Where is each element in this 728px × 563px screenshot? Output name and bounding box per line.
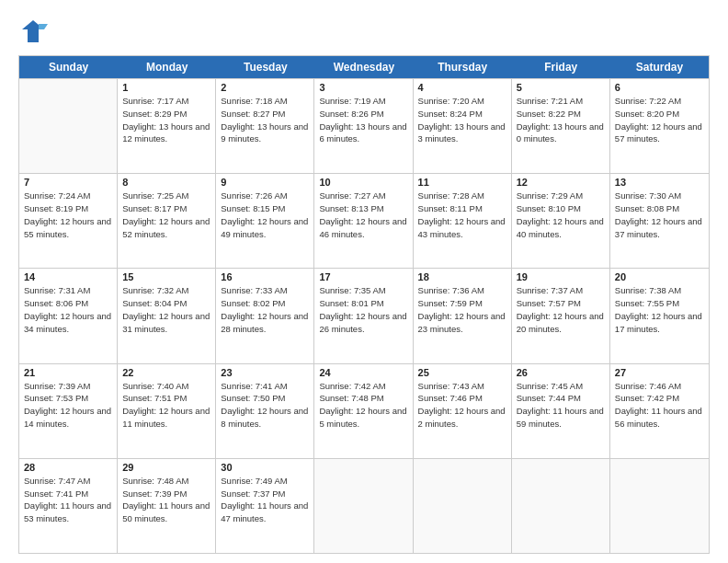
day-info: Sunrise: 7:47 AM Sunset: 7:41 PM Dayligh… <box>24 475 112 525</box>
day-number: 15 <box>122 271 210 282</box>
day-info: Sunrise: 7:31 AM Sunset: 8:06 PM Dayligh… <box>24 284 112 335</box>
day-number: 4 <box>418 82 506 93</box>
day-number: 19 <box>517 271 605 282</box>
day-info: Sunrise: 7:25 AM Sunset: 8:17 PM Dayligh… <box>122 190 210 240</box>
day-info: Sunrise: 7:39 AM Sunset: 7:53 PM Dayligh… <box>24 380 112 431</box>
calendar-row-3: 14Sunrise: 7:31 AM Sunset: 8:06 PM Dayli… <box>19 268 709 362</box>
calendar: SundayMondayTuesdayWednesdayThursdayFrid… <box>18 55 710 554</box>
day-number: 17 <box>319 271 407 282</box>
day-info: Sunrise: 7:20 AM Sunset: 8:24 PM Dayligh… <box>418 95 506 145</box>
day-info: Sunrise: 7:38 AM Sunset: 7:55 PM Dayligh… <box>615 284 704 335</box>
calendar-cell: 17Sunrise: 7:35 AM Sunset: 8:01 PM Dayli… <box>314 269 413 362</box>
calendar-cell: 7Sunrise: 7:24 AM Sunset: 8:19 PM Daylig… <box>19 174 118 268</box>
day-number: 30 <box>221 462 309 473</box>
calendar-cell: 5Sunrise: 7:21 AM Sunset: 8:22 PM Daylig… <box>512 79 610 173</box>
day-info: Sunrise: 7:29 AM Sunset: 8:10 PM Dayligh… <box>517 190 605 240</box>
day-number: 29 <box>122 462 210 473</box>
calendar-cell: 9Sunrise: 7:26 AM Sunset: 8:15 PM Daylig… <box>216 174 314 268</box>
day-number: 11 <box>418 177 506 188</box>
calendar-cell: 19Sunrise: 7:37 AM Sunset: 7:57 PM Dayli… <box>512 269 610 362</box>
calendar-cell: 6Sunrise: 7:22 AM Sunset: 8:20 PM Daylig… <box>610 79 709 173</box>
calendar-header: SundayMondayTuesdayWednesdayThursdayFrid… <box>19 56 709 78</box>
day-number: 2 <box>221 82 309 93</box>
svg-marker-1 <box>39 24 48 29</box>
day-number: 18 <box>418 271 506 282</box>
day-info: Sunrise: 7:24 AM Sunset: 8:19 PM Dayligh… <box>24 190 112 240</box>
calendar-cell: 21Sunrise: 7:39 AM Sunset: 7:53 PM Dayli… <box>19 364 118 458</box>
calendar-cell: 10Sunrise: 7:27 AM Sunset: 8:13 PM Dayli… <box>314 174 413 268</box>
day-info: Sunrise: 7:33 AM Sunset: 8:02 PM Dayligh… <box>221 284 309 335</box>
calendar-cell: 20Sunrise: 7:38 AM Sunset: 7:55 PM Dayli… <box>610 269 709 362</box>
calendar-cell: 22Sunrise: 7:40 AM Sunset: 7:51 PM Dayli… <box>118 364 216 458</box>
day-info: Sunrise: 7:36 AM Sunset: 7:59 PM Dayligh… <box>418 284 506 335</box>
day-info: Sunrise: 7:45 AM Sunset: 7:44 PM Dayligh… <box>517 380 605 431</box>
calendar-cell: 14Sunrise: 7:31 AM Sunset: 8:06 PM Dayli… <box>19 269 118 362</box>
day-info: Sunrise: 7:17 AM Sunset: 8:29 PM Dayligh… <box>122 95 210 145</box>
header-day-wednesday: Wednesday <box>314 56 413 78</box>
calendar-cell <box>314 459 413 553</box>
calendar-cell: 16Sunrise: 7:33 AM Sunset: 8:02 PM Dayli… <box>216 269 314 362</box>
day-info: Sunrise: 7:37 AM Sunset: 7:57 PM Dayligh… <box>517 284 605 335</box>
day-number: 14 <box>24 271 112 282</box>
day-number: 24 <box>319 367 407 378</box>
calendar-cell: 29Sunrise: 7:48 AM Sunset: 7:39 PM Dayli… <box>118 459 216 553</box>
day-number: 16 <box>221 271 309 282</box>
calendar-cell: 8Sunrise: 7:25 AM Sunset: 8:17 PM Daylig… <box>118 174 216 268</box>
day-info: Sunrise: 7:22 AM Sunset: 8:20 PM Dayligh… <box>615 95 704 145</box>
calendar-cell: 30Sunrise: 7:49 AM Sunset: 7:37 PM Dayli… <box>216 459 314 553</box>
calendar-cell: 2Sunrise: 7:18 AM Sunset: 8:27 PM Daylig… <box>216 79 314 173</box>
day-number: 28 <box>24 462 112 473</box>
day-info: Sunrise: 7:42 AM Sunset: 7:48 PM Dayligh… <box>319 380 407 431</box>
calendar-cell <box>414 459 512 553</box>
header-day-friday: Friday <box>512 56 610 78</box>
day-info: Sunrise: 7:46 AM Sunset: 7:42 PM Dayligh… <box>615 380 704 431</box>
logo-icon <box>18 17 48 46</box>
calendar-cell: 15Sunrise: 7:32 AM Sunset: 8:04 PM Dayli… <box>118 269 216 362</box>
header-day-saturday: Saturday <box>610 56 709 78</box>
calendar-row-5: 28Sunrise: 7:47 AM Sunset: 7:41 PM Dayli… <box>19 458 709 553</box>
calendar-row-1: 1Sunrise: 7:17 AM Sunset: 8:29 PM Daylig… <box>19 78 709 173</box>
day-info: Sunrise: 7:32 AM Sunset: 8:04 PM Dayligh… <box>122 284 210 335</box>
day-number: 5 <box>517 82 605 93</box>
calendar-cell: 25Sunrise: 7:43 AM Sunset: 7:46 PM Dayli… <box>414 364 512 458</box>
day-number: 1 <box>122 82 210 93</box>
day-number: 22 <box>122 367 210 378</box>
header <box>18 17 710 46</box>
day-info: Sunrise: 7:27 AM Sunset: 8:13 PM Dayligh… <box>319 190 407 240</box>
day-number: 6 <box>615 82 704 93</box>
day-number: 10 <box>319 177 407 188</box>
calendar-cell <box>610 459 709 553</box>
day-info: Sunrise: 7:49 AM Sunset: 7:37 PM Dayligh… <box>221 475 309 525</box>
day-info: Sunrise: 7:28 AM Sunset: 8:11 PM Dayligh… <box>418 190 506 240</box>
day-number: 27 <box>615 367 704 378</box>
day-number: 13 <box>615 177 704 188</box>
calendar-row-4: 21Sunrise: 7:39 AM Sunset: 7:53 PM Dayli… <box>19 363 709 458</box>
calendar-cell: 4Sunrise: 7:20 AM Sunset: 8:24 PM Daylig… <box>414 79 512 173</box>
calendar-cell: 26Sunrise: 7:45 AM Sunset: 7:44 PM Dayli… <box>512 364 610 458</box>
day-info: Sunrise: 7:26 AM Sunset: 8:15 PM Dayligh… <box>221 190 309 240</box>
day-number: 20 <box>615 271 704 282</box>
calendar-row-2: 7Sunrise: 7:24 AM Sunset: 8:19 PM Daylig… <box>19 173 709 268</box>
calendar-cell: 11Sunrise: 7:28 AM Sunset: 8:11 PM Dayli… <box>414 174 512 268</box>
calendar-cell: 3Sunrise: 7:19 AM Sunset: 8:26 PM Daylig… <box>314 79 413 173</box>
day-number: 25 <box>418 367 506 378</box>
calendar-cell: 1Sunrise: 7:17 AM Sunset: 8:29 PM Daylig… <box>118 79 216 173</box>
day-number: 26 <box>517 367 605 378</box>
header-day-thursday: Thursday <box>414 56 512 78</box>
calendar-cell: 24Sunrise: 7:42 AM Sunset: 7:48 PM Dayli… <box>314 364 413 458</box>
day-number: 7 <box>24 177 112 188</box>
day-info: Sunrise: 7:18 AM Sunset: 8:27 PM Dayligh… <box>221 95 309 145</box>
day-number: 3 <box>319 82 407 93</box>
day-info: Sunrise: 7:40 AM Sunset: 7:51 PM Dayligh… <box>122 380 210 431</box>
header-day-monday: Monday <box>118 56 216 78</box>
day-info: Sunrise: 7:35 AM Sunset: 8:01 PM Dayligh… <box>319 284 407 335</box>
calendar-cell: 28Sunrise: 7:47 AM Sunset: 7:41 PM Dayli… <box>19 459 118 553</box>
day-info: Sunrise: 7:30 AM Sunset: 8:08 PM Dayligh… <box>615 190 704 240</box>
svg-marker-0 <box>22 20 44 42</box>
calendar-body: 1Sunrise: 7:17 AM Sunset: 8:29 PM Daylig… <box>19 78 709 553</box>
day-info: Sunrise: 7:21 AM Sunset: 8:22 PM Dayligh… <box>517 95 605 145</box>
calendar-cell <box>19 79 118 173</box>
day-info: Sunrise: 7:48 AM Sunset: 7:39 PM Dayligh… <box>122 475 210 525</box>
calendar-cell: 12Sunrise: 7:29 AM Sunset: 8:10 PM Dayli… <box>512 174 610 268</box>
calendar-cell: 13Sunrise: 7:30 AM Sunset: 8:08 PM Dayli… <box>610 174 709 268</box>
